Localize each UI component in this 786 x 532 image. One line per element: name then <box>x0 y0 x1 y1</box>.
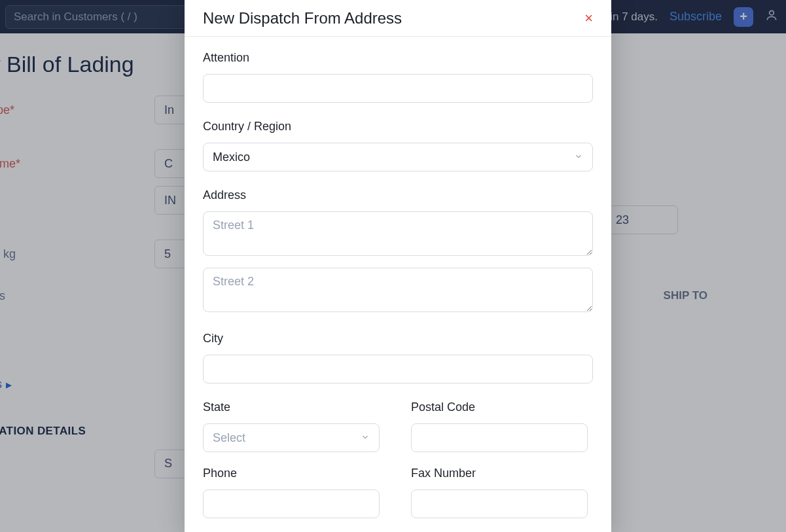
city-field[interactable] <box>203 355 593 383</box>
modal-title: New Dispatch From Address <box>203 9 402 27</box>
street2-field[interactable] <box>203 268 593 312</box>
chevron-down-icon <box>574 152 583 163</box>
postal-field[interactable] <box>411 423 588 452</box>
chevron-down-icon <box>361 433 370 444</box>
attention-label: Attention <box>203 51 593 65</box>
close-icon[interactable]: × <box>584 10 593 27</box>
modal-body: Attention Country / Region Mexico Addres… <box>185 37 611 532</box>
country-value: Mexico <box>213 151 250 164</box>
city-label: City <box>203 332 593 346</box>
street1-field[interactable] <box>203 211 593 256</box>
phone-label: Phone <box>203 467 385 480</box>
state-select[interactable]: Select <box>203 423 380 452</box>
postal-label: Postal Code <box>411 400 593 414</box>
attention-field[interactable] <box>203 74 593 103</box>
state-label: State <box>203 400 385 414</box>
dispatch-address-modal: New Dispatch From Address × Attention Co… <box>185 0 611 532</box>
phone-field[interactable] <box>203 489 380 518</box>
fax-label: Fax Number <box>411 467 593 480</box>
country-select[interactable]: Mexico <box>203 143 593 171</box>
address-label: Address <box>203 188 593 202</box>
state-placeholder: Select <box>213 431 245 445</box>
country-label: Country / Region <box>203 120 593 133</box>
modal-header: New Dispatch From Address × <box>185 0 611 37</box>
fax-field[interactable] <box>411 489 588 518</box>
